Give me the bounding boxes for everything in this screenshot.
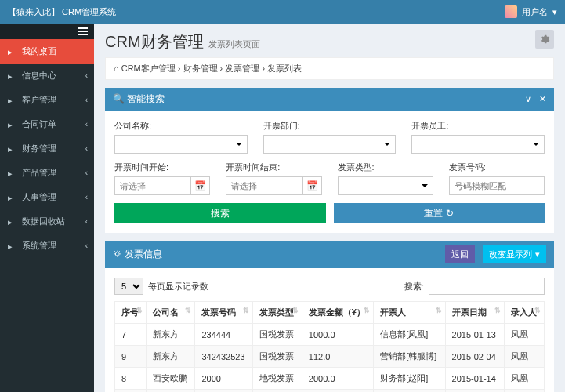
info-panel: ⛭ 发票信息 返回 改变显示列 ▾ 5 每页显示记录数 搜索: [105, 241, 554, 392]
th-3[interactable]: 发票类型⇅ [253, 302, 302, 324]
th-4[interactable]: 发票金额（¥）⇅ [302, 302, 373, 324]
back-button[interactable]: 返回 [445, 245, 475, 263]
user-menu[interactable]: 用户名 ▾ [505, 5, 557, 18]
th-2[interactable]: 发票号码⇅ [195, 302, 253, 324]
chevron-left-icon: ‹ [85, 217, 88, 226]
chevron-left-icon: ‹ [85, 96, 88, 104]
sort-icon: ⇅ [185, 307, 191, 314]
breadcrumb: ⌂ CRM客户管理 › 财务管理 › 发票管理 › 发票列表 [105, 57, 554, 80]
refresh-icon: ↻ [446, 208, 454, 219]
sort-icon: ⇅ [494, 307, 501, 314]
sort-icon: ⇅ [136, 307, 143, 314]
close-icon[interactable]: ✕ [539, 94, 546, 104]
avatar [505, 5, 517, 18]
topbar: 【猿来入此】 CRM管理系统 用户名 ▾ [0, 0, 565, 24]
label-dept: 开票部门: [263, 120, 397, 132]
sidebar-item-7[interactable]: ▸数据回收站‹ [0, 209, 94, 234]
sidebar-item-4[interactable]: ▸财务管理‹ [0, 136, 94, 161]
reset-button[interactable]: 重置 ↻ [334, 203, 545, 223]
chevron-down-icon: ▾ [552, 7, 557, 17]
th-5[interactable]: 开票人⇅ [374, 302, 445, 324]
table-row[interactable]: 1西安金樽1145地税发票4654.0业务部[凤凰]2014-10-10赵阳 [115, 390, 545, 393]
page-title: CRM财务管理 [105, 31, 204, 53]
input-end-date[interactable] [226, 176, 302, 195]
th-6[interactable]: 开票日期⇅ [445, 302, 504, 324]
sort-icon: ⇅ [534, 307, 541, 314]
sidebar-item-2[interactable]: ▸客户管理‹ [0, 88, 94, 112]
table-row[interactable]: 8西安欧鹏2000地税发票2000.0财务部[赵阳]2015-01-14凤凰 [115, 368, 545, 390]
sidebar-item-1[interactable]: ▸信息中心‹ [0, 64, 94, 88]
pagesize-label: 每页显示记录数 [148, 281, 208, 292]
select-dept[interactable] [263, 135, 397, 154]
sidebar: ▸我的桌面▸信息中心‹▸客户管理‹▸合同订单‹▸财务管理‹▸产品管理‹▸人事管理… [0, 24, 94, 392]
info-panel-title: 发票信息 [125, 249, 162, 260]
columns-button[interactable]: 改变显示列 ▾ [483, 245, 546, 263]
settings-gear[interactable] [535, 30, 554, 49]
menu-icon: ▸ [8, 96, 17, 105]
th-1[interactable]: 公司名⇅ [146, 302, 195, 324]
sidebar-item-3[interactable]: ▸合同订单‹ [0, 112, 94, 136]
menu-icon: ▸ [8, 193, 17, 202]
sidebar-item-6[interactable]: ▸人事管理‹ [0, 185, 94, 209]
calendar-icon[interactable]: 📅 [191, 176, 210, 195]
select-company[interactable] [114, 135, 248, 154]
chevron-left-icon: ‹ [85, 144, 88, 153]
menu-icon: ▸ [8, 47, 17, 56]
search-panel: 🔍 智能搜索 ∨ ✕ 公司名称: 开票部门: 开票员工: 开票时间开始: 📅 开… [105, 88, 554, 233]
page-subtitle: 发票列表页面 [208, 38, 260, 50]
table-search-label: 搜索: [404, 281, 424, 292]
label-end: 开票时间结束: [226, 162, 321, 173]
menu-icon: ▸ [8, 217, 17, 227]
label-company: 公司名称: [114, 120, 248, 132]
sidebar-item-0[interactable]: ▸我的桌面 [0, 39, 94, 64]
select-type[interactable] [338, 176, 433, 195]
input-start-date[interactable] [114, 176, 191, 195]
sort-icon: ⇅ [364, 307, 370, 314]
menu-icon: ▸ [8, 144, 17, 154]
chevron-left-icon: ‹ [85, 241, 88, 250]
th-0[interactable]: 序号⇅ [115, 302, 147, 324]
th-7[interactable]: 录入人⇅ [504, 302, 544, 324]
svg-rect-1 [78, 31, 88, 32]
select-staff[interactable] [411, 135, 545, 154]
main-content: CRM财务管理 发票列表页面 ⌂ CRM客户管理 › 财务管理 › 发票管理 ›… [94, 24, 565, 392]
collapse-icon[interactable]: ∨ [525, 94, 531, 104]
sort-icon: ⇅ [292, 307, 299, 314]
sidebar-toggle[interactable] [0, 24, 94, 39]
menu-icon: ▸ [8, 71, 17, 81]
label-type: 发票类型: [338, 162, 433, 173]
menu-icon: ▸ [8, 169, 17, 178]
chevron-left-icon: ‹ [85, 169, 88, 177]
brand: 【猿来入此】 CRM管理系统 [8, 6, 116, 18]
calendar-icon[interactable]: 📅 [303, 176, 322, 195]
sort-icon: ⇅ [243, 307, 249, 314]
label-code: 发票号码: [449, 162, 545, 173]
chevron-left-icon: ‹ [85, 193, 88, 201]
input-code[interactable] [449, 176, 545, 195]
label-staff: 开票员工: [411, 120, 545, 132]
username: 用户名 [522, 6, 548, 18]
svg-rect-2 [78, 34, 88, 35]
sort-icon: ⇅ [436, 307, 442, 314]
chevron-left-icon: ‹ [85, 120, 88, 129]
list-icon: ⛭ [113, 249, 122, 260]
table-row[interactable]: 9新东方342432523国税发票112.0营销部[韩服博]2015-02-04… [115, 346, 545, 368]
sidebar-item-8[interactable]: ▸系统管理‹ [0, 234, 94, 258]
search-icon: 🔍 [113, 93, 125, 104]
pagesize-select[interactable]: 5 [114, 278, 143, 295]
table-search-input[interactable] [429, 278, 545, 295]
menu-icon: ▸ [8, 241, 17, 251]
search-button[interactable]: 搜索 [114, 203, 326, 223]
home-icon: ⌂ [114, 64, 119, 73]
table-row[interactable]: 7新东方234444国税发票1000.0信息部[凤凰]2015-01-13凤凰 [115, 324, 545, 346]
label-start: 开票时间开始: [114, 162, 210, 173]
invoice-table: 序号⇅公司名⇅发票号码⇅发票类型⇅发票金额（¥）⇅开票人⇅开票日期⇅录入人⇅ 7… [114, 301, 545, 392]
chevron-left-icon: ‹ [85, 71, 88, 80]
sidebar-item-5[interactable]: ▸产品管理‹ [0, 161, 94, 185]
menu-icon: ▸ [8, 120, 17, 129]
svg-rect-0 [78, 27, 88, 29]
search-panel-title: 智能搜索 [127, 93, 165, 104]
